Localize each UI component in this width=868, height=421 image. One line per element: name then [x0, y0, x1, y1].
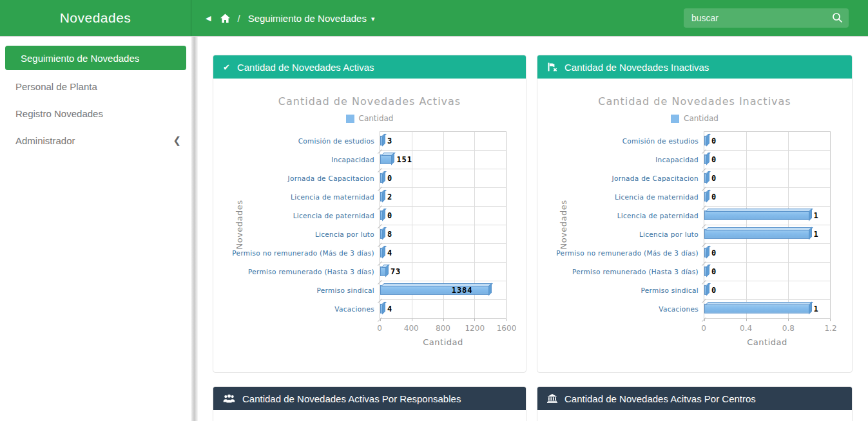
- legend-label: Cantidad: [684, 114, 719, 123]
- flag-x-icon: [547, 62, 557, 72]
- home-icon[interactable]: [220, 14, 231, 23]
- bar: [704, 136, 707, 145]
- category-label: Licencia por luto: [548, 225, 699, 243]
- chart-legend: Cantidad: [537, 114, 852, 123]
- x-tick-label: 800: [436, 324, 450, 333]
- category-label: Licencia de maternidad: [224, 187, 374, 206]
- plot-rows: 3151020847313844: [380, 132, 506, 318]
- sidebar-item-registro[interactable]: Registro Novedades: [0, 100, 191, 127]
- sidebar-item-administrador[interactable]: Administrador ❮: [0, 127, 191, 154]
- category-label: Incapacidad: [224, 150, 374, 169]
- panel-title: Cantidad de Novedades Acitvas Por Centro…: [564, 393, 756, 404]
- bar-value: 0: [711, 286, 717, 295]
- chart-row: 0: [704, 188, 830, 207]
- legend-swatch: [671, 115, 679, 123]
- chart-row: 0: [704, 151, 830, 169]
- plot-area: 3151020847313844: [380, 131, 506, 319]
- sidebar-item-label: Personal de Planta: [15, 81, 97, 92]
- chart-row: 1: [704, 225, 830, 244]
- sidebar-item-seguimiento[interactable]: Seguimiento de Novedades: [5, 46, 186, 70]
- panel-novedades-activas: ✔ Cantidad de Novedades Activas Cantidad…: [213, 55, 526, 373]
- category-label: Vacaciones: [224, 300, 374, 319]
- bar-value: 0: [711, 174, 717, 183]
- check-icon: ✔: [223, 62, 230, 72]
- bank-icon: [547, 394, 557, 403]
- category-label: Licencia de paternidad: [224, 206, 374, 225]
- axis-tick: [474, 319, 475, 321]
- category-label: Jornada de Capacitacion: [224, 169, 374, 187]
- panel-title: Cantidad de Novedades Inactivas: [564, 62, 709, 73]
- category-label: Licencia de maternidad: [548, 187, 699, 206]
- app-header: Novedades ◀ / Seguimiento de Novedades ▾: [0, 0, 868, 37]
- chart-row: 0: [704, 281, 830, 300]
- chart-row: 0: [704, 169, 830, 188]
- category-label: Incapacidad: [548, 150, 699, 169]
- bar: [380, 210, 383, 220]
- panel-title: Cantidad de Novedades Activas Por Respon…: [242, 393, 461, 404]
- panel-header: Cantidad de Novedades Activas Por Respon…: [213, 387, 526, 410]
- chart-row: 0: [380, 207, 506, 225]
- category-label: Comisión de estudios: [548, 131, 699, 150]
- bar-value: 0: [711, 155, 717, 164]
- bar-value: 73: [391, 267, 401, 276]
- x-tick-label: 400: [404, 324, 419, 333]
- panel-activas-por-responsables: Cantidad de Novedades Activas Por Respon…: [213, 386, 526, 421]
- x-tick-label: 0: [377, 324, 382, 333]
- bar-value: 0: [387, 174, 392, 183]
- chart-title: Cantidad de Novedades Activas: [213, 95, 526, 108]
- panel-title: Cantidad de Novedades Activas: [237, 62, 374, 73]
- chart-row: 4: [380, 300, 506, 318]
- panel-acitvas-por-centros: Cantidad de Novedades Acitvas Por Centro…: [537, 386, 853, 421]
- search-box: [684, 8, 849, 28]
- category-label: Vacaciones: [548, 300, 699, 319]
- users-icon: [223, 394, 235, 403]
- search-icon[interactable]: [832, 12, 843, 23]
- main-content: ✔ Cantidad de Novedades Activas Cantidad…: [198, 37, 868, 421]
- x-tick-label: 1600: [497, 324, 517, 333]
- x-tick-label: 1.2: [824, 324, 836, 333]
- category-label: Licencia de paternidad: [548, 206, 699, 225]
- bar: [380, 248, 383, 257]
- chart-row: 0: [704, 132, 830, 151]
- chart-row: 4: [380, 244, 506, 263]
- bar-chart-inactivas: Cantidad de Novedades Inactivas Cantidad…: [537, 79, 852, 372]
- bar-value: 0: [711, 248, 717, 257]
- category-label: Comisión de estudios: [224, 131, 374, 150]
- bar: [380, 136, 383, 145]
- legend-label: Cantidad: [359, 114, 394, 123]
- bar-value: 0: [387, 211, 392, 220]
- bar-value: 1: [814, 230, 819, 239]
- chevron-left-icon: ❮: [173, 135, 181, 146]
- chart-row: 3: [380, 132, 506, 151]
- axis-tick: [506, 319, 506, 321]
- x-axis-title: Cantidad: [380, 337, 506, 347]
- bar-value: 4: [387, 304, 392, 313]
- bar: [380, 154, 392, 164]
- chart-row: 1: [704, 207, 830, 225]
- topbar: ◀ / Seguimiento de Novedades ▾: [191, 0, 868, 36]
- sidebar-item-label: Administrador: [15, 135, 75, 146]
- bar: [704, 267, 707, 276]
- sidebar-scrollbar[interactable]: [191, 37, 198, 421]
- chart-row: 151: [380, 151, 506, 169]
- bar-value: 0: [711, 267, 717, 276]
- category-label: Permiso no remunerado (Más de 3 días): [224, 244, 374, 263]
- search-input[interactable]: [684, 8, 849, 28]
- breadcrumb-label: Seguimiento de Novedades: [248, 13, 367, 24]
- sidebar-item-label: Seguimiento de Novedades: [21, 53, 139, 64]
- category-label: Permiso sindical: [224, 281, 374, 300]
- bar-chart-activas: Cantidad de Novedades Activas Cantidad N…: [213, 79, 526, 372]
- breadcrumb-current[interactable]: Seguimiento de Novedades ▾: [248, 13, 375, 24]
- sidebar-item-personal[interactable]: Personal de Planta: [0, 73, 191, 100]
- x-tick-label: 0.4: [740, 324, 752, 333]
- category-label: Licencia por luto: [224, 225, 374, 243]
- back-icon[interactable]: ◀: [206, 14, 211, 23]
- chart-row: 1: [704, 300, 830, 318]
- axis-tick: [746, 319, 747, 321]
- x-tick-label: 0.8: [782, 324, 795, 333]
- x-tick-label: 0: [701, 324, 706, 333]
- sidebar: Seguimiento de Novedades Personal de Pla…: [0, 37, 191, 421]
- category-label: Permiso remunerado (Hasta 3 días): [548, 263, 699, 281]
- x-tick-label: 1200: [465, 324, 485, 333]
- bar: [380, 229, 383, 239]
